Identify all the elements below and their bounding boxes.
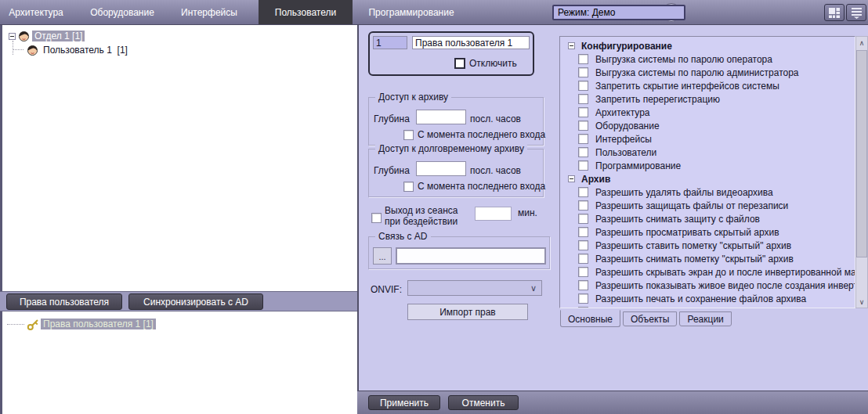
main-tab[interactable]: Интерфейсы <box>172 0 246 24</box>
rights-item-label[interactable]: Разрешить снимать защиту с файлов <box>595 214 760 225</box>
onvif-dropdown[interactable]: ∨ <box>407 280 542 296</box>
rights-item[interactable]: Архив <box>560 172 855 185</box>
rights-item-label[interactable]: Выгрузка системы по паролю оператора <box>595 54 772 65</box>
rights-checkbox[interactable] <box>578 254 588 264</box>
rights-item-label[interactable]: Оборудование <box>595 121 660 131</box>
object-name-field[interactable] <box>412 36 530 49</box>
rights-checkbox[interactable] <box>578 214 588 224</box>
object-id-field[interactable] <box>373 36 407 49</box>
rights-item-label[interactable]: Запретить скрытие интерфейсов системы <box>595 81 779 92</box>
rights-checkbox[interactable] <box>578 267 588 277</box>
rights-item[interactable]: Оборудование <box>560 119 855 132</box>
rights-checkbox[interactable] <box>578 240 588 250</box>
rights-item-label[interactable]: Программирование <box>595 160 681 171</box>
rights-item[interactable]: Выгрузка системы по паролю оператора <box>560 52 855 66</box>
rights-item-label[interactable]: Разрешить снимать пометку "скрытый" архи… <box>595 254 794 265</box>
tree-node-department[interactable]: Отдел 1 [1] <box>9 30 85 42</box>
session-timeout-checkbox[interactable] <box>371 213 382 223</box>
rights-checkbox[interactable] <box>578 200 588 211</box>
main-tab[interactable]: Программирование <box>353 0 470 24</box>
rights-checkbox[interactable] <box>578 121 588 131</box>
rights-item[interactable]: Разрешить показывать живое видео после с… <box>560 279 855 292</box>
rights-item-label[interactable]: Разрешить защищать файлы от перезаписи <box>595 200 788 211</box>
rights-checkbox[interactable] <box>578 107 588 117</box>
rights-item[interactable]: Разрешить ставить пометку "скрытый" архи… <box>560 239 855 252</box>
rights-item[interactable]: Архитектура <box>560 106 855 119</box>
rights-item-label[interactable]: Разрешить удалять файлы видеоархива <box>595 187 773 198</box>
rights-item-label[interactable]: Разрешить просматривать скрытый архив <box>595 227 779 238</box>
rights-checkbox[interactable] <box>578 280 588 290</box>
scroll-up-icon[interactable] <box>856 37 867 49</box>
tree-node-label[interactable]: Пользователь 1 [1] <box>41 45 130 56</box>
rights-item-label[interactable]: Запретить перерегистрацию <box>595 94 720 105</box>
rights-checkbox[interactable] <box>578 293 588 304</box>
rights-item-label[interactable]: Разрешить ставить пометку "скрытый" архи… <box>595 240 791 251</box>
rights-item-label[interactable]: Пользователи <box>595 147 656 158</box>
scroll-down-icon[interactable] <box>856 296 867 308</box>
rights-item[interactable]: Интерфейсы <box>560 132 855 146</box>
since-login-checkbox[interactable] <box>403 182 414 192</box>
session-minutes-field[interactable] <box>475 207 512 221</box>
user-rights-button[interactable]: Права пользователя <box>6 293 122 310</box>
rights-checkbox[interactable] <box>578 94 588 104</box>
rights-list-scrollbar[interactable] <box>855 36 868 308</box>
rights-tab[interactable]: Основные <box>560 310 620 327</box>
rights-item[interactable]: Программирование <box>560 159 855 172</box>
rights-checkbox[interactable] <box>578 227 588 237</box>
rights-checkbox[interactable] <box>578 134 588 144</box>
rights-checkbox[interactable] <box>578 160 588 171</box>
main-menu-button[interactable] <box>846 4 866 21</box>
rights-item[interactable]: Конфигурирование <box>560 39 855 52</box>
tree-node-label[interactable]: Отдел 1 [1] <box>32 31 85 41</box>
rights-item[interactable] <box>560 305 855 308</box>
rights-checkbox[interactable] <box>578 187 588 197</box>
scrollbar-thumb[interactable] <box>856 50 867 257</box>
apply-button[interactable]: Применить <box>368 395 440 410</box>
mode-field[interactable] <box>552 5 685 20</box>
rights-item[interactable]: Разрешить удалять файлы видеоархива <box>560 185 855 199</box>
rights-checkbox[interactable] <box>578 67 588 77</box>
main-tab[interactable]: Архитектура <box>0 0 72 24</box>
disable-checkbox[interactable] <box>454 58 465 69</box>
rights-item-label[interactable]: Архив <box>581 174 610 185</box>
rights-tab[interactable]: Реакции <box>679 311 731 326</box>
collapse-icon[interactable] <box>9 33 16 40</box>
rights-item-label[interactable]: Конфигурирование <box>581 41 672 52</box>
rights-item[interactable]: Разрешить печать и сохранение файлов арх… <box>560 292 855 305</box>
rights-item[interactable]: Запретить скрытие интерфейсов системы <box>560 79 855 92</box>
tree-node-label[interactable]: Права пользователя 1 [1] <box>41 319 156 329</box>
archive-depth-field[interactable] <box>416 110 466 124</box>
screens-layout-button[interactable] <box>824 4 844 21</box>
rights-item[interactable]: Запретить перерегистрацию <box>560 92 855 106</box>
rights-item-label[interactable]: Разрешить показывать живое видео после с… <box>595 280 855 291</box>
rights-item[interactable]: Разрешить защищать файлы от перезаписи <box>560 199 855 212</box>
rights-item[interactable]: Выгрузка системы по паролю администратор… <box>560 66 855 79</box>
collapse-icon[interactable] <box>568 175 575 182</box>
collapse-icon[interactable] <box>568 42 575 49</box>
rights-item-label[interactable]: Разрешить печать и сохранение файлов арх… <box>595 293 806 304</box>
sync-ad-button[interactable]: Синхронизировать с AD <box>128 293 263 310</box>
longterm-depth-field[interactable] <box>416 161 466 176</box>
rights-item-label[interactable]: Архитектура <box>595 107 650 118</box>
rights-item[interactable]: Разрешить скрывать экран до и после инве… <box>560 265 855 279</box>
rights-item[interactable]: Разрешить снимать пометку "скрытый" архи… <box>560 252 855 265</box>
rights-item[interactable]: Разрешить снимать защиту с файлов <box>560 212 855 225</box>
tree-node-user[interactable]: Пользователь 1 [1] <box>24 44 130 56</box>
rights-checkbox[interactable] <box>578 81 588 91</box>
main-tab[interactable]: Пользователи <box>259 0 353 24</box>
since-login-checkbox[interactable] <box>403 130 414 140</box>
rights-item-label[interactable]: Разрешить скрывать экран до и после инве… <box>595 267 855 278</box>
cancel-button[interactable]: Отменить <box>448 395 519 410</box>
main-tab[interactable]: Оборудование <box>81 0 163 24</box>
rights-item[interactable]: Разрешить просматривать скрытый архив <box>560 225 855 239</box>
rights-checkbox[interactable] <box>578 147 588 157</box>
rights-tab[interactable]: Объекты <box>623 311 678 326</box>
ad-path-field[interactable] <box>396 247 546 265</box>
ad-browse-button[interactable]: ... <box>373 247 392 265</box>
rights-checkbox[interactable] <box>578 54 588 64</box>
rights-item-label[interactable]: Интерфейсы <box>595 134 652 145</box>
tree-node-user-rights[interactable]: Права пользователя 1 [1] <box>24 318 156 330</box>
import-rights-button[interactable]: Импорт прав <box>407 304 528 320</box>
rights-item-label[interactable]: Выгрузка системы по паролю администратор… <box>595 67 799 78</box>
rights-checkbox[interactable] <box>578 307 588 308</box>
